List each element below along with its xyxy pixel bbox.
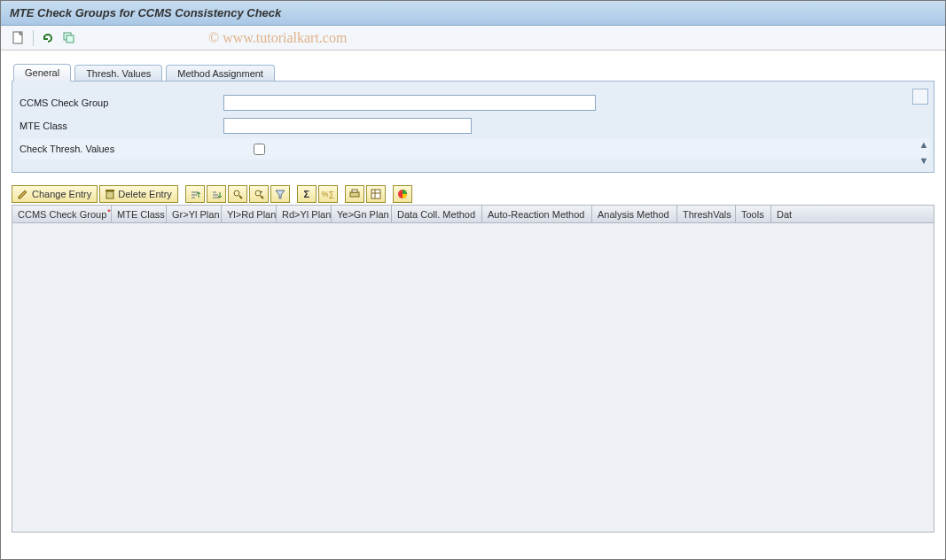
subtotal-icon: %∑: [322, 190, 334, 198]
col-ccms-check-group[interactable]: CCMS Check Group*: [12, 206, 112, 222]
refresh-icon[interactable]: [41, 31, 55, 45]
svg-line-6: [239, 196, 242, 198]
find-icon: [232, 189, 243, 199]
col-dat[interactable]: Dat: [771, 206, 796, 222]
panel-scroll-up-icon[interactable]: ▲: [918, 138, 930, 151]
change-entry-label: Change Entry: [32, 189, 91, 199]
svg-rect-10: [350, 192, 359, 197]
layout-icon: [371, 189, 381, 199]
tab-method-assignment[interactable]: Method Assignment: [166, 65, 275, 82]
svg-rect-4: [106, 190, 114, 191]
trash-icon: [106, 189, 114, 199]
sum-button[interactable]: Σ: [297, 185, 317, 203]
svg-rect-12: [371, 190, 380, 198]
svg-rect-11: [352, 190, 357, 192]
change-entry-button[interactable]: Change Entry: [12, 185, 98, 203]
sort-asc-icon: [190, 189, 200, 199]
label-ccms-check-group: CCMS Check Group: [20, 97, 223, 108]
svg-line-8: [261, 196, 263, 198]
tab-thresh-label: Thresh. Values: [86, 68, 151, 79]
input-mte-class[interactable]: [223, 118, 472, 134]
svg-rect-3: [106, 191, 113, 198]
delete-entry-button[interactable]: Delete Entry: [99, 185, 178, 203]
row-mte-class: MTE Class: [20, 115, 930, 136]
chart-icon: [397, 189, 408, 199]
label-check-thresh: Check Thresh. Values: [20, 144, 223, 154]
sum-icon: Σ: [303, 189, 309, 199]
content-area: General Thresh. Values Method Assignment…: [1, 51, 945, 533]
col-data-coll-method[interactable]: Data Coll. Method: [392, 206, 482, 222]
checkbox-check-thresh[interactable]: [254, 144, 265, 155]
print-icon: [349, 189, 360, 199]
find-next-icon: +: [254, 189, 264, 199]
grid-header-row: CCMS Check Group* MTE Class Gr>Yl Plan Y…: [12, 206, 934, 223]
sort-desc-button[interactable]: [207, 185, 226, 203]
sort-desc-icon: [211, 189, 222, 199]
find-next-button[interactable]: +: [249, 185, 269, 203]
svg-rect-2: [66, 35, 74, 43]
grid-body[interactable]: [12, 223, 934, 532]
subtotal-button[interactable]: %∑: [318, 185, 338, 203]
tab-general-label: General: [25, 67, 59, 78]
tab-thresh-values[interactable]: Thresh. Values: [74, 65, 162, 82]
input-ccms-check-group[interactable]: [223, 95, 596, 111]
sort-asc-button[interactable]: [185, 185, 205, 203]
app-toolbar: [1, 26, 945, 51]
new-page-icon[interactable]: [12, 31, 26, 45]
chart-button[interactable]: [393, 185, 412, 203]
filter-button[interactable]: [270, 185, 290, 203]
window-title: MTE Check Groups for CCMS Consistency Ch…: [10, 6, 281, 19]
tab-general[interactable]: General: [13, 64, 71, 82]
tab-strip: General Thresh. Values Method Assignment: [13, 63, 940, 81]
row-ccms-check-group: CCMS Check Group: [20, 92, 930, 113]
tab-method-label: Method Assignment: [177, 68, 263, 79]
panel-scroll-down-icon[interactable]: ▼: [918, 154, 930, 167]
svg-text:+: +: [260, 189, 263, 194]
print-button[interactable]: [345, 185, 364, 203]
col-analysis-method[interactable]: Analysis Method: [592, 206, 677, 222]
find-button[interactable]: [228, 185, 247, 203]
title-bar: MTE Check Groups for CCMS Consistency Ch…: [1, 1, 945, 26]
grid-toolbar: Change Entry Delete Entry + Σ %∑: [12, 185, 934, 203]
col-auto-reaction[interactable]: Auto-Reaction Method: [482, 206, 592, 222]
col-yl-rd-plan[interactable]: Yl>Rd Plan: [222, 206, 277, 222]
col-ye-gn-plan[interactable]: Ye>Gn Plan: [332, 206, 392, 222]
data-grid: CCMS Check Group* MTE Class Gr>Yl Plan Y…: [12, 205, 934, 533]
filter-icon: [275, 189, 285, 199]
col-mte-class[interactable]: MTE Class: [112, 206, 167, 222]
panel-options-button[interactable]: [912, 89, 928, 105]
col-gr-yl-plan[interactable]: Gr>Yl Plan: [167, 206, 222, 222]
svg-point-5: [234, 191, 239, 196]
delete-entry-label: Delete Entry: [118, 189, 172, 199]
layout-button[interactable]: [366, 185, 386, 203]
col-tools[interactable]: Tools: [736, 206, 771, 222]
col-rd-yl-plan[interactable]: Rd>Yl Plan: [277, 206, 332, 222]
tab-panel-general: CCMS Check Group MTE Class Check Thresh.…: [12, 81, 934, 173]
label-mte-class: MTE Class: [20, 121, 223, 131]
row-check-thresh: Check Thresh. Values: [20, 138, 930, 159]
pencil-icon: [18, 189, 28, 199]
col-threshvals[interactable]: ThreshVals: [677, 206, 736, 222]
copy-icon[interactable]: [62, 31, 76, 45]
